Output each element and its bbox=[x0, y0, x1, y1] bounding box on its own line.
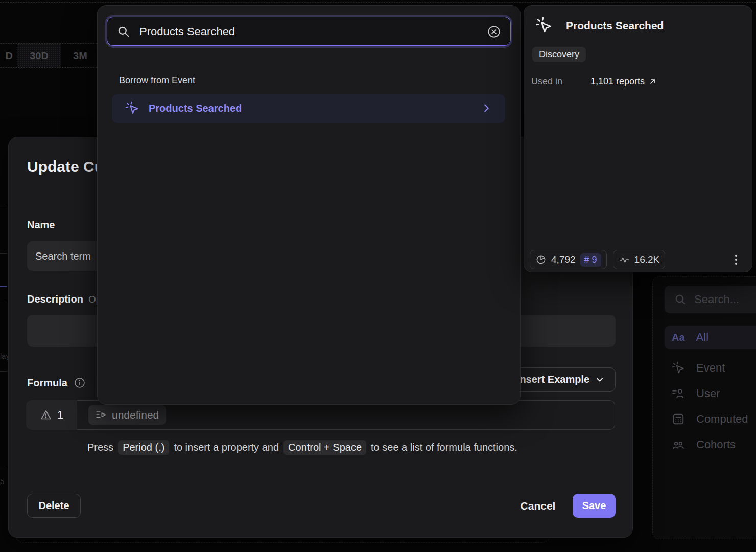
used-in-value: 1,101 reports bbox=[590, 76, 645, 87]
filter-item-label: Computed bbox=[696, 412, 748, 426]
category-badge: Discovery bbox=[532, 47, 586, 62]
event-count: 4,792 bbox=[551, 254, 576, 265]
property-search-input[interactable]: Search... bbox=[665, 286, 756, 313]
insert-example-button[interactable]: Insert Example bbox=[506, 367, 616, 392]
event-count-pill[interactable]: 4,792 # 9 bbox=[530, 250, 607, 269]
modal-title: Update Cu bbox=[27, 158, 104, 175]
computed-icon bbox=[672, 412, 685, 426]
help-text: to insert a property and bbox=[174, 442, 279, 453]
time-range-30d[interactable]: 30D bbox=[17, 44, 61, 67]
chip-label: undefined bbox=[112, 409, 159, 421]
chevron-right-icon bbox=[481, 103, 492, 114]
filter-item-all[interactable]: Aa All bbox=[665, 326, 756, 349]
event-panel-header: Products Searched bbox=[535, 17, 664, 34]
event-details-panel: Products Searched Discovery Used in 1,10… bbox=[524, 5, 752, 272]
event-search-dropdown: Borrow from Event Products Searched bbox=[97, 5, 521, 405]
result-label: Products Searched bbox=[149, 103, 471, 114]
save-button[interactable]: Save bbox=[573, 494, 616, 518]
chart-gridline bbox=[0, 302, 7, 302]
event-stats-row: 4,792 # 9 16.2K bbox=[530, 250, 746, 269]
formula-property-chip[interactable]: undefined bbox=[88, 405, 166, 425]
chart-line-segment bbox=[0, 286, 7, 287]
clear-search-icon[interactable] bbox=[487, 25, 501, 39]
filter-item-cohorts[interactable]: Cohorts bbox=[665, 433, 756, 456]
event-search-input[interactable] bbox=[138, 25, 479, 39]
activity-icon bbox=[619, 254, 630, 265]
chart-gridline bbox=[0, 206, 7, 206]
event-icon bbox=[672, 361, 685, 375]
help-text: Press bbox=[87, 442, 113, 453]
formula-label: Formula bbox=[27, 377, 67, 389]
chart-axis-label: 5 bbox=[0, 477, 4, 486]
event-rank-badge: # 9 bbox=[580, 253, 601, 267]
pie-chart-icon bbox=[535, 254, 547, 265]
used-in-reports-link[interactable]: 1,101 reports bbox=[590, 76, 657, 87]
aa-icon: Aa bbox=[672, 332, 685, 343]
background-divider bbox=[0, 2, 756, 3]
filter-item-label: Cohorts bbox=[696, 438, 736, 451]
kbd-control-space: Control + Space bbox=[284, 440, 366, 455]
filter-item-label: All bbox=[696, 331, 708, 344]
event-volume: 16.2K bbox=[634, 254, 660, 265]
used-in-row: Used in 1,101 reports bbox=[531, 76, 657, 87]
description-label: Description bbox=[27, 293, 83, 305]
cancel-button[interactable]: Cancel bbox=[510, 494, 566, 518]
search-icon bbox=[674, 293, 687, 306]
event-icon bbox=[535, 17, 553, 34]
event-volume-pill[interactable]: 16.2K bbox=[613, 250, 666, 269]
custom-property-icon bbox=[96, 409, 107, 421]
chart-gridline bbox=[0, 468, 7, 468]
info-icon[interactable] bbox=[74, 377, 86, 389]
filter-item-label: User bbox=[696, 387, 720, 400]
event-icon bbox=[125, 101, 139, 116]
event-title: Products Searched bbox=[566, 19, 664, 32]
time-range-3m[interactable]: 3M bbox=[61, 44, 100, 67]
time-range-selector: D 30D 3M bbox=[0, 43, 100, 68]
formula-error-indicator[interactable]: 1 bbox=[26, 400, 77, 430]
filter-item-computed[interactable]: Computed bbox=[665, 407, 756, 431]
filter-item-event[interactable]: Event bbox=[665, 356, 756, 380]
formula-help-text: Press Period (.) to insert a property an… bbox=[87, 440, 517, 455]
event-search-box bbox=[107, 17, 511, 46]
delete-button[interactable]: Delete bbox=[27, 494, 81, 518]
filter-item-user[interactable]: User bbox=[665, 382, 756, 405]
property-type-popup: Search... Aa All Event User Compu bbox=[652, 276, 756, 539]
app-screen: D 30D 3M lay 5 Search... Aa All Event bbox=[0, 0, 756, 552]
insert-example-label: Insert Example bbox=[517, 374, 589, 385]
search-icon bbox=[116, 25, 130, 38]
chart-gridline bbox=[0, 253, 7, 254]
error-count: 1 bbox=[57, 408, 63, 422]
cohorts-icon bbox=[672, 438, 685, 451]
warning-icon bbox=[40, 409, 52, 421]
chevron-down-icon bbox=[595, 375, 605, 385]
time-range-7d[interactable]: D bbox=[0, 44, 17, 67]
external-arrow-icon bbox=[648, 77, 657, 86]
user-icon bbox=[672, 387, 685, 400]
name-label: Name bbox=[27, 219, 55, 231]
more-options-icon[interactable] bbox=[735, 255, 737, 265]
filter-item-label: Event bbox=[696, 361, 725, 375]
chart-gridline bbox=[0, 371, 7, 372]
formula-label-row: Formula bbox=[27, 377, 86, 389]
section-label: Borrow from Event bbox=[119, 75, 195, 86]
used-in-label: Used in bbox=[531, 76, 590, 87]
kbd-period: Period (.) bbox=[118, 440, 169, 455]
search-result-products-searched[interactable]: Products Searched bbox=[112, 94, 505, 123]
property-search-placeholder: Search... bbox=[694, 293, 739, 306]
help-text: to see a list of formula functions. bbox=[371, 442, 517, 453]
